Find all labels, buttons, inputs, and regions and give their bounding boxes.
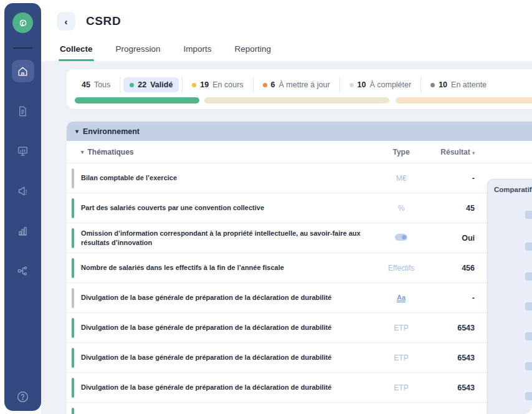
comparatif-value-chip xyxy=(525,243,532,251)
row-status-bar xyxy=(72,228,74,248)
row-result: 6543 xyxy=(429,354,475,362)
filter-label: Validé xyxy=(150,80,173,89)
row-result: - xyxy=(429,294,475,302)
filter-label: Tous xyxy=(94,80,110,89)
collection-table-card: ▾ Environnement ▾ Thématiques Type Résul… xyxy=(67,122,532,414)
filter-à-compléter[interactable]: 10À compléter xyxy=(343,77,418,92)
row-type: Effectifs xyxy=(373,264,429,272)
status-dot-icon xyxy=(430,83,435,87)
type-unit-label: ETP xyxy=(394,354,408,362)
filter-separator xyxy=(420,77,421,93)
chevron-left-icon: ‹ xyxy=(65,16,68,27)
status-dot-icon xyxy=(192,83,196,87)
back-button[interactable]: ‹ xyxy=(57,12,75,31)
column-thematiques-label: Thématiques xyxy=(88,148,134,156)
table-row[interactable]: Divulgation de la base générale de prépa… xyxy=(67,343,532,373)
filter-separator xyxy=(340,77,340,93)
row-type: ETP xyxy=(373,383,429,392)
row-type: % xyxy=(373,204,429,213)
sidebar xyxy=(4,3,41,411)
comparatif-title: Comparatif xyxy=(488,180,532,193)
row-label: Nombre de salariés dans les effectifs à … xyxy=(81,259,373,276)
row-status-bar xyxy=(72,198,74,218)
triangle-down-icon: ▾ xyxy=(81,149,84,155)
comparatif-value-chip xyxy=(525,392,532,400)
triangle-down-icon: ▾ xyxy=(75,128,78,135)
filter-count: 22 xyxy=(138,80,146,89)
sidebar-item-announcements[interactable] xyxy=(12,180,34,202)
row-label: Bilan comptable de l’exercice xyxy=(81,170,373,186)
filter-label: En cours xyxy=(212,80,243,89)
status-summary-card: 45Tous22Validé19En cours6À mettre à jour… xyxy=(67,69,532,109)
row-label: Divulgation de la base générale de prépa… xyxy=(81,349,373,366)
table-row[interactable]: Part des salariés couverts par une conve… xyxy=(67,193,532,223)
tab-reporting[interactable]: Reporting xyxy=(234,44,273,61)
table-row[interactable]: Nombre de salariés dans les effectifs à … xyxy=(67,253,532,283)
row-label: Omission d’information correspondant à l… xyxy=(81,225,373,251)
help-icon[interactable] xyxy=(16,390,29,403)
column-resultat[interactable]: Résultat ▾ xyxy=(429,148,475,156)
column-type: Type xyxy=(373,148,429,156)
sidebar-item-documents[interactable] xyxy=(12,100,34,122)
filter-en-cours[interactable]: 19En cours xyxy=(186,77,249,92)
row-type: ETP xyxy=(373,354,429,362)
filter-validé[interactable]: 22Validé xyxy=(123,77,179,92)
status-dot-icon xyxy=(349,83,354,87)
row-type: ETP xyxy=(373,324,429,332)
tab-collecte[interactable]: Collecte xyxy=(59,44,94,61)
row-label: Part des salariés couverts par une conve… xyxy=(81,200,373,216)
filter-tous[interactable]: 45Tous xyxy=(75,77,116,92)
row-label: Divulgation de la base générale de prépa… xyxy=(81,379,373,396)
table-header-row: ▾ Thématiques Type Résultat ▾ xyxy=(67,141,532,163)
header: ‹ CSRD CollecteProgressionImportsReporti… xyxy=(41,0,532,61)
table-row[interactable]: Divulgation de la base générale de prépa… xyxy=(67,283,532,313)
comparatif-panel: Comparatif xyxy=(487,179,532,414)
row-status-bar xyxy=(72,168,74,188)
filter-separator xyxy=(120,77,120,93)
brand-logo-icon xyxy=(12,12,33,33)
section-title: Environnement xyxy=(83,127,140,136)
tab-progression[interactable]: Progression xyxy=(115,44,162,61)
filter-separator xyxy=(253,77,254,93)
status-filters: 45Tous22Validé19En cours6À mettre à jour… xyxy=(75,75,493,94)
row-label: Divulgation de la base générale de prépa… xyxy=(81,319,373,336)
comparatif-value-chip xyxy=(525,211,532,219)
sidebar-item-organization[interactable] xyxy=(12,259,34,282)
table-row[interactable]: Bilan comptable de l’exerciceM€- xyxy=(67,163,532,193)
table-row[interactable] xyxy=(67,403,532,414)
row-status-bar xyxy=(72,318,74,338)
comparatif-value-chip xyxy=(525,332,532,340)
row-status-bar xyxy=(72,378,74,398)
column-thematiques[interactable]: ▾ Thématiques xyxy=(72,148,373,156)
type-unit-label: Effectifs xyxy=(388,264,414,272)
comparatif-value-chip xyxy=(525,272,532,281)
row-status-bar xyxy=(72,348,74,368)
status-dot-icon xyxy=(130,83,134,87)
tab-imports[interactable]: Imports xyxy=(183,44,213,61)
column-resultat-label: Résultat xyxy=(440,148,470,156)
comparatif-value-chip xyxy=(525,302,532,310)
table-row[interactable]: Omission d’information correspondant à l… xyxy=(67,223,532,253)
text-type-icon: Aa xyxy=(397,294,406,302)
announcements-icon xyxy=(17,185,29,197)
comparatif-value-chip xyxy=(525,362,532,370)
table-row[interactable]: Divulgation de la base générale de prépa… xyxy=(67,313,532,343)
filter-count: 6 xyxy=(271,80,275,89)
filter-en-attente[interactable]: 10En attente xyxy=(424,77,493,92)
row-result: Oui xyxy=(429,234,475,243)
row-status-bar xyxy=(72,408,74,414)
table-row[interactable]: Divulgation de la base générale de prépa… xyxy=(67,373,532,403)
table-body: Bilan comptable de l’exerciceM€-Part des… xyxy=(67,163,532,414)
sidebar-item-presentation[interactable] xyxy=(12,140,34,162)
sidebar-divider xyxy=(13,47,32,49)
section-header-environnement[interactable]: ▾ Environnement xyxy=(67,122,532,141)
filter-label: À mettre à jour xyxy=(279,80,330,89)
sidebar-item-home[interactable] xyxy=(12,60,34,82)
progress-segment xyxy=(75,97,199,104)
filter-count: 10 xyxy=(358,80,366,89)
toggle-icon xyxy=(395,234,407,241)
type-unit-label: ETP xyxy=(394,383,408,392)
sidebar-item-analytics[interactable] xyxy=(12,219,34,242)
filter-à-mettre-à-jour[interactable]: 6À mettre à jour xyxy=(257,77,336,92)
page-title: CSRD xyxy=(86,14,121,28)
